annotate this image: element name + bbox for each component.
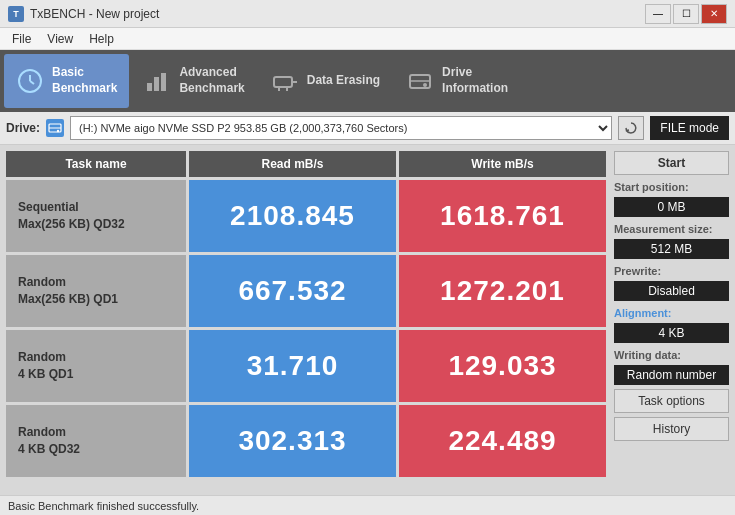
svg-rect-6 bbox=[274, 77, 292, 87]
history-button[interactable]: History bbox=[614, 417, 729, 441]
row-label-random-qd1-256: RandomMax(256 KB) QD1 bbox=[6, 255, 186, 327]
prewrite-label: Prewrite: bbox=[614, 265, 729, 277]
menu-view[interactable]: View bbox=[39, 30, 81, 48]
read-sequential-qd32: 2108.845 bbox=[189, 180, 396, 252]
write-sequential-qd32: 1618.761 bbox=[399, 180, 606, 252]
alignment-label: Alignment: bbox=[614, 307, 729, 319]
col-header-read: Read mB/s bbox=[189, 151, 396, 177]
start-position-value: 0 MB bbox=[614, 197, 729, 217]
measurement-size-value: 512 MB bbox=[614, 239, 729, 259]
read-random-qd1-256: 667.532 bbox=[189, 255, 396, 327]
col-header-write: Write mB/s bbox=[399, 151, 606, 177]
writing-data-label: Writing data: bbox=[614, 349, 729, 361]
toolbar-advanced-benchmark[interactable]: AdvancedBenchmark bbox=[131, 54, 256, 108]
task-options-button[interactable]: Task options bbox=[614, 389, 729, 413]
menu-bar: File View Help bbox=[0, 28, 735, 50]
toolbar-data-erasing[interactable]: Data Erasing bbox=[259, 54, 392, 108]
svg-line-2 bbox=[30, 81, 34, 84]
drive-information-label: DriveInformation bbox=[442, 65, 508, 96]
col-header-task: Task name bbox=[6, 151, 186, 177]
drive-refresh-button[interactable] bbox=[618, 116, 644, 140]
read-random-4kb-qd1: 31.710 bbox=[189, 330, 396, 402]
row-label-sequential-qd32: SequentialMax(256 KB) QD32 bbox=[6, 180, 186, 252]
table-row: Random4 KB QD1 31.710 129.033 bbox=[6, 330, 606, 402]
advanced-benchmark-label: AdvancedBenchmark bbox=[179, 65, 244, 96]
table-row: Random4 KB QD32 302.313 224.489 bbox=[6, 405, 606, 477]
main-wrapper: Drive: (H:) NVMe aigo NVMe SSD P2 953.85… bbox=[0, 112, 735, 515]
data-erasing-label: Data Erasing bbox=[307, 73, 380, 89]
toolbar-drive-information[interactable]: DriveInformation bbox=[394, 54, 520, 108]
maximize-button[interactable]: ☐ bbox=[673, 4, 699, 24]
status-message: Basic Benchmark finished successfully. bbox=[8, 500, 199, 512]
window-title: TxBENCH - New project bbox=[30, 7, 159, 21]
close-button[interactable]: ✕ bbox=[701, 4, 727, 24]
alignment-value: 4 KB bbox=[614, 323, 729, 343]
write-random-qd1-256: 1272.201 bbox=[399, 255, 606, 327]
start-position-label: Start position: bbox=[614, 181, 729, 193]
svg-rect-4 bbox=[154, 77, 159, 91]
drive-label: Drive: bbox=[6, 121, 40, 135]
drive-selector[interactable]: (H:) NVMe aigo NVMe SSD P2 953.85 GB (2,… bbox=[70, 116, 612, 140]
table-row: RandomMax(256 KB) QD1 667.532 1272.201 bbox=[6, 255, 606, 327]
menu-file[interactable]: File bbox=[4, 30, 39, 48]
minimize-button[interactable]: — bbox=[645, 4, 671, 24]
write-random-4kb-qd1: 129.033 bbox=[399, 330, 606, 402]
read-random-4kb-qd32: 302.313 bbox=[189, 405, 396, 477]
svg-point-14 bbox=[57, 130, 59, 132]
drive-row: Drive: (H:) NVMe aigo NVMe SSD P2 953.85… bbox=[0, 112, 735, 145]
file-mode-button[interactable]: FILE mode bbox=[650, 116, 729, 140]
main-content: Task name Read mB/s Write mB/s Sequentia… bbox=[0, 145, 735, 495]
benchmark-table: Task name Read mB/s Write mB/s Sequentia… bbox=[6, 151, 606, 489]
drive-type-icon bbox=[46, 119, 64, 137]
toolbar: BasicBenchmark AdvancedBenchmark Data Er… bbox=[0, 50, 735, 112]
prewrite-value: Disabled bbox=[614, 281, 729, 301]
svg-point-11 bbox=[423, 83, 427, 87]
menu-help[interactable]: Help bbox=[81, 30, 122, 48]
status-bar: Basic Benchmark finished successfully. bbox=[0, 495, 735, 515]
row-label-random-4kb-qd1: Random4 KB QD1 bbox=[6, 330, 186, 402]
writing-data-value: Random number bbox=[614, 365, 729, 385]
app-icon: T bbox=[8, 6, 24, 22]
row-label-random-4kb-qd32: Random4 KB QD32 bbox=[6, 405, 186, 477]
erase-icon bbox=[271, 67, 299, 95]
table-row: SequentialMax(256 KB) QD32 2108.845 1618… bbox=[6, 180, 606, 252]
window-controls: — ☐ ✕ bbox=[645, 4, 727, 24]
bar-chart-icon bbox=[143, 67, 171, 95]
svg-rect-5 bbox=[161, 73, 166, 91]
basic-benchmark-label: BasicBenchmark bbox=[52, 65, 117, 96]
write-random-4kb-qd32: 224.489 bbox=[399, 405, 606, 477]
table-header: Task name Read mB/s Write mB/s bbox=[6, 151, 606, 177]
drive-icon bbox=[406, 67, 434, 95]
title-bar: T TxBENCH - New project — ☐ ✕ bbox=[0, 0, 735, 28]
measurement-size-label: Measurement size: bbox=[614, 223, 729, 235]
clock-icon bbox=[16, 67, 44, 95]
start-button[interactable]: Start bbox=[614, 151, 729, 175]
svg-rect-3 bbox=[147, 83, 152, 91]
toolbar-basic-benchmark[interactable]: BasicBenchmark bbox=[4, 54, 129, 108]
right-panel: Start Start position: 0 MB Measurement s… bbox=[614, 151, 729, 489]
